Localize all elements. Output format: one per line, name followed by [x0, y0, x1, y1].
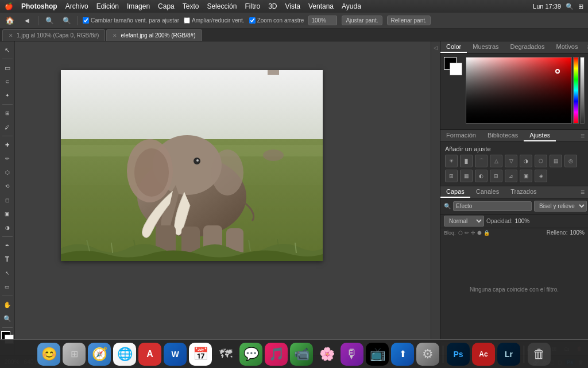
- color-panel-options-icon[interactable]: ≡: [583, 43, 588, 51]
- zoom-out-icon[interactable]: 🔍: [43, 14, 56, 27]
- canvas-image[interactable]: [61, 70, 323, 261]
- dock-safari[interactable]: 🧭: [88, 343, 111, 366]
- dock-photoshop[interactable]: Ps: [447, 343, 470, 366]
- adj-selective-color[interactable]: ◈: [535, 170, 547, 182]
- menu-ventana[interactable]: Ventana: [308, 2, 334, 10]
- tool-heal[interactable]: ✚: [1, 139, 14, 151]
- lock-all-icon[interactable]: 🔒: [483, 230, 490, 236]
- tool-hand[interactable]: ✋: [1, 298, 14, 311]
- lock-transparency-icon[interactable]: ⬡: [458, 230, 463, 236]
- tool-eraser[interactable]: ◻: [1, 194, 14, 206]
- tool-rect-select[interactable]: ▭: [1, 62, 14, 74]
- tool-magic-wand[interactable]: ✦: [1, 89, 14, 102]
- tab-close-1[interactable]: ✕: [9, 33, 13, 39]
- zoom-drag-check[interactable]: Zoom con arrastre: [249, 17, 304, 24]
- dock-appstore[interactable]: ⬆: [391, 343, 414, 366]
- adj-gradient-map[interactable]: ▣: [520, 170, 532, 182]
- dock-chrome[interactable]: 🌐: [113, 343, 136, 366]
- tool-text[interactable]: T: [1, 253, 14, 266]
- nav-home-icon[interactable]: 🏠: [3, 14, 16, 27]
- adj-color-balance[interactable]: ⬡: [535, 155, 547, 167]
- tool-pen[interactable]: ✒: [1, 239, 14, 252]
- alpha-bar[interactable]: [580, 57, 585, 124]
- zoom-resize-check[interactable]: Ampliar/reducir vent.: [184, 17, 245, 24]
- adj-exposure[interactable]: △: [490, 155, 502, 167]
- menu-seleccion[interactable]: Selección: [207, 2, 237, 10]
- adj-posterize[interactable]: ⊟: [490, 170, 502, 182]
- menu-3d[interactable]: 3D: [268, 2, 277, 10]
- search-icon[interactable]: 🔍: [566, 3, 574, 10]
- adj-vibrance[interactable]: ▽: [505, 155, 517, 167]
- tab-muestras[interactable]: Muestras: [467, 41, 504, 53]
- zoom-value-input[interactable]: [308, 16, 337, 25]
- fg-bg-color-swatch[interactable]: [444, 57, 462, 75]
- fill-value[interactable]: 100%: [570, 229, 585, 236]
- adj-brightness[interactable]: ☀: [445, 155, 458, 167]
- dock-facetime[interactable]: 📹: [290, 343, 313, 366]
- tab-motivos[interactable]: Motivos: [550, 41, 583, 53]
- tool-gradient[interactable]: ▣: [1, 208, 14, 220]
- tool-brush[interactable]: ✏: [1, 152, 14, 165]
- tool-lasso[interactable]: ⊂: [1, 75, 14, 88]
- adj-channel-mixer[interactable]: ⊞: [445, 170, 458, 182]
- layers-panel-options-icon[interactable]: ≡: [577, 188, 588, 196]
- layer-filter-type[interactable]: Bisel y relieve: [534, 201, 587, 212]
- menu-texto[interactable]: Texto: [183, 2, 199, 10]
- apple-menu[interactable]: 🍎: [5, 2, 13, 10]
- dock-word[interactable]: W: [164, 343, 187, 366]
- adj-curves[interactable]: ⌒: [475, 155, 488, 167]
- panel-collapse-icon[interactable]: ◁: [432, 44, 440, 52]
- adj-photo-filter[interactable]: ◎: [564, 155, 577, 167]
- tab-formacion[interactable]: Formación: [440, 130, 482, 141]
- menu-archivo[interactable]: Archivo: [65, 2, 88, 10]
- lock-move-icon[interactable]: ✛: [471, 230, 475, 236]
- dock-trash[interactable]: 🗑: [528, 343, 551, 366]
- dock-sysprefs[interactable]: ⚙: [416, 343, 439, 366]
- menu-vista[interactable]: Vista: [285, 2, 300, 10]
- dock-tv[interactable]: 📺: [366, 343, 389, 366]
- tool-move[interactable]: ↖: [1, 44, 14, 56]
- menu-capa[interactable]: Capa: [158, 2, 175, 10]
- dock-launchpad[interactable]: ⊞: [63, 343, 86, 366]
- dock-podcast[interactable]: 🎙: [341, 343, 363, 366]
- tab-1[interactable]: ✕ 1.jpg al 100% (Capa 0, RGB/8#): [2, 29, 105, 41]
- tab-trazados[interactable]: Trazados: [505, 186, 542, 198]
- tool-clone[interactable]: ⬡: [1, 166, 14, 179]
- app-name[interactable]: Photoshop: [21, 2, 57, 10]
- background-swatch[interactable]: [450, 63, 462, 75]
- tab-color[interactable]: Color: [440, 41, 467, 53]
- layer-filter-input[interactable]: [453, 201, 532, 211]
- fill-screen-button[interactable]: Rellenar pant.: [387, 16, 431, 25]
- zoom-fit-check[interactable]: Cambiar tamaño vent. para ajustar: [83, 17, 179, 24]
- tool-eyedropper[interactable]: 🖊: [1, 121, 14, 133]
- tool-crop[interactable]: ⊞: [1, 107, 14, 120]
- tab-canales[interactable]: Canales: [470, 186, 505, 198]
- tab-close-2[interactable]: ✕: [113, 33, 117, 39]
- tool-zoom[interactable]: 🔍: [1, 312, 14, 325]
- nav-back-icon[interactable]: ◀: [21, 14, 33, 27]
- adj-invert[interactable]: ◐: [475, 170, 488, 182]
- tab-degradados[interactable]: Degradados: [505, 41, 551, 53]
- adj-threshold[interactable]: ⊿: [505, 170, 517, 182]
- dock-messages[interactable]: 💬: [239, 343, 262, 366]
- control-center-icon[interactable]: ⊞: [578, 3, 583, 10]
- tab-ajustes[interactable]: Ajustes: [524, 130, 556, 141]
- menu-imagen[interactable]: Imagen: [127, 2, 150, 10]
- menu-edicion[interactable]: Edición: [96, 2, 119, 10]
- dock-calendar[interactable]: 📅: [189, 343, 212, 366]
- adj-hsl[interactable]: ◑: [520, 155, 532, 167]
- lock-brush-icon[interactable]: ✏: [465, 230, 469, 236]
- tab-2[interactable]: ✕ elefant.jpg al 200% (RGB/8#): [106, 29, 202, 41]
- adj-color-lookup[interactable]: ▦: [460, 170, 473, 182]
- tool-dodge[interactable]: ◑: [1, 221, 14, 234]
- adj-bw[interactable]: ▤: [550, 155, 562, 167]
- dock-lightroom[interactable]: Lr: [497, 343, 520, 366]
- blend-mode-select[interactable]: Normal: [444, 216, 484, 227]
- menu-ayuda[interactable]: Ayuda: [342, 2, 361, 10]
- dock-maps[interactable]: 🗺: [214, 343, 237, 366]
- dock-photos[interactable]: 🌸: [315, 343, 338, 366]
- dock-acrobat2[interactable]: Ac: [472, 343, 495, 366]
- hue-bar[interactable]: [573, 57, 579, 124]
- dock-finder[interactable]: 😊: [37, 343, 60, 366]
- adj-levels[interactable]: ▐▌: [460, 155, 473, 167]
